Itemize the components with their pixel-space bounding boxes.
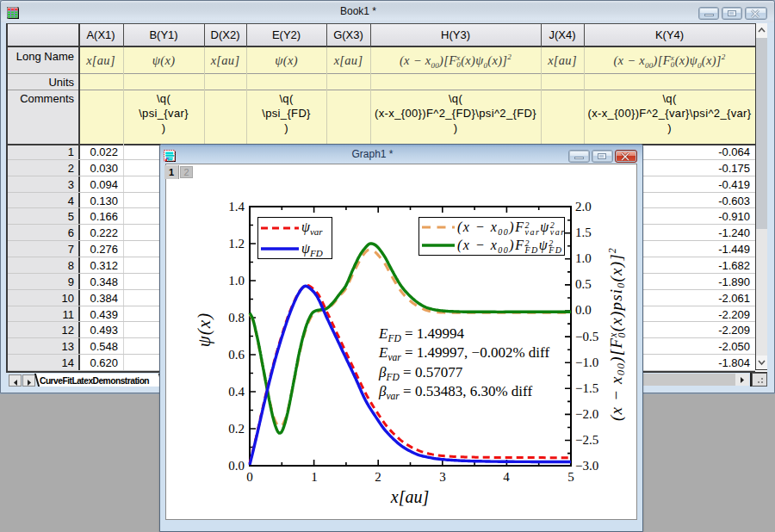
svg-text:x[au]: x[au] bbox=[390, 487, 429, 506]
svg-text:ψ(x): ψ(x) bbox=[194, 312, 214, 347]
svg-text:(x − x00)[Fx0(x)psi0(x)]2: (x − x00)[Fx0(x)psi0(x)]2 bbox=[606, 247, 628, 421]
